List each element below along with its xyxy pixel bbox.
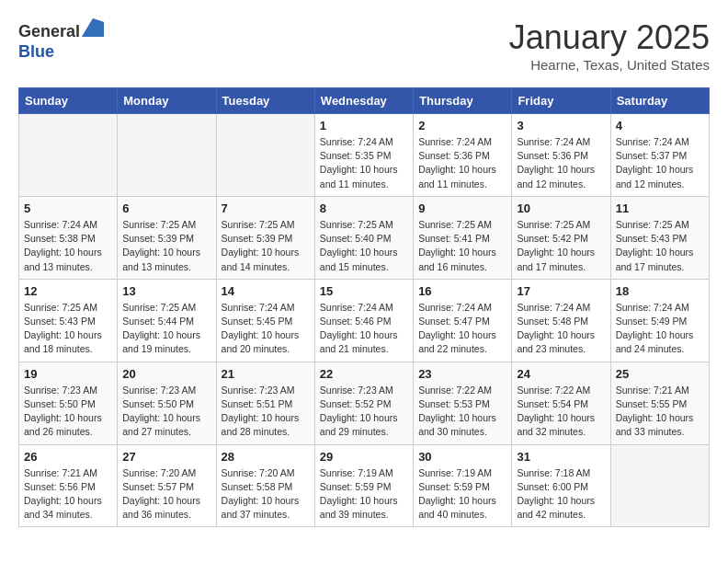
day-info: Sunrise: 7:24 AMSunset: 5:49 PMDaylight:… <box>616 301 704 357</box>
day-info: Sunrise: 7:25 AMSunset: 5:39 PMDaylight:… <box>122 218 210 274</box>
title-block: January 2025 Hearne, Texas, United State… <box>509 18 710 73</box>
calendar-cell: 26Sunrise: 7:21 AMSunset: 5:56 PMDayligh… <box>19 444 118 527</box>
calendar-cell <box>118 114 216 197</box>
day-info: Sunrise: 7:23 AMSunset: 5:52 PMDaylight:… <box>320 384 408 440</box>
day-info: Sunrise: 7:24 AMSunset: 5:36 PMDaylight:… <box>418 135 506 191</box>
day-number: 19 <box>24 367 112 381</box>
day-number: 7 <box>222 201 310 215</box>
day-info: Sunrise: 7:20 AMSunset: 5:57 PMDaylight:… <box>122 466 210 523</box>
svg-marker-1 <box>82 18 104 37</box>
calendar-cell: 24Sunrise: 7:22 AMSunset: 5:54 PMDayligh… <box>512 362 610 444</box>
day-info: Sunrise: 7:22 AMSunset: 5:53 PMDaylight:… <box>418 384 506 440</box>
day-number: 21 <box>222 367 310 381</box>
day-number: 20 <box>122 367 210 381</box>
day-info: Sunrise: 7:18 AMSunset: 6:00 PMDaylight:… <box>517 466 605 523</box>
calendar-cell: 9Sunrise: 7:25 AMSunset: 5:41 PMDaylight… <box>414 196 512 279</box>
calendar-cell: 4Sunrise: 7:24 AMSunset: 5:37 PMDaylight… <box>610 114 709 197</box>
day-info: Sunrise: 7:25 AMSunset: 5:40 PMDaylight:… <box>320 218 408 274</box>
day-info: Sunrise: 7:19 AMSunset: 5:59 PMDaylight:… <box>320 466 408 523</box>
calendar-cell: 1Sunrise: 7:24 AMSunset: 5:35 PMDaylight… <box>314 114 413 197</box>
day-info: Sunrise: 7:24 AMSunset: 5:47 PMDaylight:… <box>418 301 506 357</box>
day-number: 3 <box>517 119 605 132</box>
calendar-cell: 17Sunrise: 7:24 AMSunset: 5:48 PMDayligh… <box>512 279 610 362</box>
day-number: 26 <box>24 450 112 464</box>
calendar-cell: 20Sunrise: 7:23 AMSunset: 5:50 PMDayligh… <box>118 362 216 444</box>
day-info: Sunrise: 7:21 AMSunset: 5:55 PMDaylight:… <box>616 384 704 440</box>
weekday-header-cell: Saturday <box>610 88 709 114</box>
calendar-week-row: 19Sunrise: 7:23 AMSunset: 5:50 PMDayligh… <box>19 362 710 444</box>
day-info: Sunrise: 7:23 AMSunset: 5:51 PMDaylight:… <box>222 384 310 440</box>
day-number: 11 <box>616 201 704 215</box>
calendar-cell: 8Sunrise: 7:25 AMSunset: 5:40 PMDaylight… <box>314 196 413 279</box>
month-title: January 2025 <box>509 18 710 57</box>
calendar-cell: 11Sunrise: 7:25 AMSunset: 5:43 PMDayligh… <box>610 196 709 279</box>
day-info: Sunrise: 7:22 AMSunset: 5:54 PMDaylight:… <box>517 384 605 440</box>
day-info: Sunrise: 7:24 AMSunset: 5:48 PMDaylight:… <box>517 301 605 357</box>
day-info: Sunrise: 7:25 AMSunset: 5:43 PMDaylight:… <box>24 301 112 357</box>
calendar-cell: 31Sunrise: 7:18 AMSunset: 6:00 PMDayligh… <box>512 444 610 527</box>
weekday-header-cell: Wednesday <box>314 88 413 114</box>
day-number: 14 <box>222 284 310 298</box>
day-info: Sunrise: 7:24 AMSunset: 5:38 PMDaylight:… <box>24 218 112 274</box>
calendar-cell <box>610 444 709 527</box>
calendar-cell: 13Sunrise: 7:25 AMSunset: 5:44 PMDayligh… <box>118 279 216 362</box>
day-number: 25 <box>616 367 704 381</box>
calendar-cell: 10Sunrise: 7:25 AMSunset: 5:42 PMDayligh… <box>512 196 610 279</box>
calendar-cell: 2Sunrise: 7:24 AMSunset: 5:36 PMDaylight… <box>414 114 512 197</box>
weekday-header-row: SundayMondayTuesdayWednesdayThursdayFrid… <box>19 88 710 114</box>
calendar: SundayMondayTuesdayWednesdayThursdayFrid… <box>18 87 710 527</box>
day-info: Sunrise: 7:24 AMSunset: 5:37 PMDaylight:… <box>616 135 704 191</box>
day-number: 8 <box>320 201 408 215</box>
day-number: 22 <box>320 367 408 381</box>
calendar-cell: 16Sunrise: 7:24 AMSunset: 5:47 PMDayligh… <box>414 279 512 362</box>
calendar-cell: 15Sunrise: 7:24 AMSunset: 5:46 PMDayligh… <box>314 279 413 362</box>
day-number: 4 <box>616 119 704 132</box>
day-number: 30 <box>418 450 506 464</box>
calendar-cell: 30Sunrise: 7:19 AMSunset: 5:59 PMDayligh… <box>414 444 512 527</box>
day-info: Sunrise: 7:24 AMSunset: 5:36 PMDaylight:… <box>517 135 605 191</box>
day-info: Sunrise: 7:24 AMSunset: 5:46 PMDaylight:… <box>320 301 408 357</box>
day-number: 29 <box>320 450 408 464</box>
calendar-cell: 25Sunrise: 7:21 AMSunset: 5:55 PMDayligh… <box>610 362 709 444</box>
location: Hearne, Texas, United States <box>509 57 710 73</box>
day-number: 6 <box>122 201 210 215</box>
calendar-cell: 22Sunrise: 7:23 AMSunset: 5:52 PMDayligh… <box>314 362 413 444</box>
calendar-cell: 18Sunrise: 7:24 AMSunset: 5:49 PMDayligh… <box>610 279 709 362</box>
calendar-cell: 14Sunrise: 7:24 AMSunset: 5:45 PMDayligh… <box>216 279 314 362</box>
calendar-cell <box>19 114 118 197</box>
page-header: General Blue January 2025 Hearne, Texas,… <box>18 18 710 73</box>
weekday-header-cell: Monday <box>118 88 216 114</box>
day-info: Sunrise: 7:19 AMSunset: 5:59 PMDaylight:… <box>418 466 506 523</box>
day-info: Sunrise: 7:23 AMSunset: 5:50 PMDaylight:… <box>122 384 210 440</box>
day-number: 17 <box>517 284 605 298</box>
day-number: 15 <box>320 284 408 298</box>
day-number: 2 <box>418 119 506 132</box>
calendar-cell: 29Sunrise: 7:19 AMSunset: 5:59 PMDayligh… <box>314 444 413 527</box>
weekday-header-cell: Tuesday <box>216 88 314 114</box>
calendar-week-row: 12Sunrise: 7:25 AMSunset: 5:43 PMDayligh… <box>19 279 710 362</box>
weekday-header-cell: Friday <box>512 88 610 114</box>
logo-general: General <box>18 22 80 40</box>
calendar-cell: 7Sunrise: 7:25 AMSunset: 5:39 PMDaylight… <box>216 196 314 279</box>
day-info: Sunrise: 7:20 AMSunset: 5:58 PMDaylight:… <box>222 466 310 523</box>
calendar-cell: 28Sunrise: 7:20 AMSunset: 5:58 PMDayligh… <box>216 444 314 527</box>
day-number: 24 <box>517 367 605 381</box>
day-number: 10 <box>517 201 605 215</box>
day-info: Sunrise: 7:24 AMSunset: 5:45 PMDaylight:… <box>222 301 310 357</box>
day-number: 16 <box>418 284 506 298</box>
day-number: 5 <box>24 201 112 215</box>
logo-icon <box>82 18 104 37</box>
day-number: 13 <box>122 284 210 298</box>
day-number: 1 <box>320 119 408 132</box>
calendar-cell: 12Sunrise: 7:25 AMSunset: 5:43 PMDayligh… <box>19 279 118 362</box>
day-info: Sunrise: 7:21 AMSunset: 5:56 PMDaylight:… <box>24 466 112 523</box>
calendar-cell <box>216 114 314 197</box>
day-info: Sunrise: 7:25 AMSunset: 5:43 PMDaylight:… <box>616 218 704 274</box>
calendar-cell: 21Sunrise: 7:23 AMSunset: 5:51 PMDayligh… <box>216 362 314 444</box>
day-info: Sunrise: 7:24 AMSunset: 5:35 PMDaylight:… <box>320 135 408 191</box>
day-number: 18 <box>616 284 704 298</box>
day-info: Sunrise: 7:23 AMSunset: 5:50 PMDaylight:… <box>24 384 112 440</box>
logo-blue: Blue <box>18 42 104 62</box>
calendar-week-row: 5Sunrise: 7:24 AMSunset: 5:38 PMDaylight… <box>19 196 710 279</box>
day-number: 31 <box>517 450 605 464</box>
